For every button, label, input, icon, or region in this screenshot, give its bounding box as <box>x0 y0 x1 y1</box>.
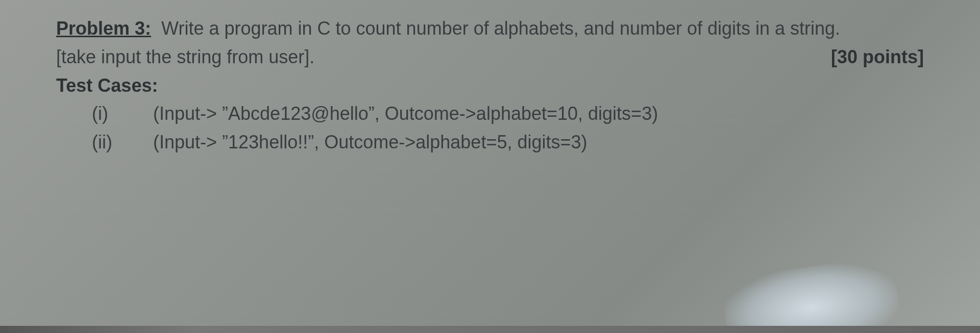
test-case-text: (Input-> ”123hello!!”, Outcome->alphabet… <box>153 128 924 157</box>
test-case-number: (i) <box>92 99 153 128</box>
bottom-bezel <box>0 326 980 333</box>
test-cases-list: (i) (Input-> ”Abcde123@hello”, Outcome->… <box>56 99 924 157</box>
test-case-row: (ii) (Input-> ”123hello!!”, Outcome->alp… <box>92 128 924 157</box>
problem-points: [30 points] <box>831 43 924 71</box>
screen-glare <box>720 255 903 333</box>
problem-statement-line-1 <box>156 18 161 39</box>
test-cases-label: Test Cases: <box>56 71 924 100</box>
test-case-text: (Input-> ”Abcde123@hello”, Outcome->alph… <box>153 99 924 128</box>
test-case-row: (i) (Input-> ”Abcde123@hello”, Outcome->… <box>92 99 924 128</box>
problem-heading: Problem 3: Write a program in C to count… <box>56 14 924 43</box>
test-case-number: (ii) <box>92 128 153 157</box>
problem-subline: [take input the string from user]. [30 p… <box>56 43 924 71</box>
problem-document: Problem 3: Write a program in C to count… <box>0 0 980 157</box>
problem-statement-part2: [take input the string from user]. <box>56 46 314 67</box>
problem-statement-part1: Write a program in C to count number of … <box>161 18 840 39</box>
problem-label: Problem 3: <box>56 18 151 39</box>
